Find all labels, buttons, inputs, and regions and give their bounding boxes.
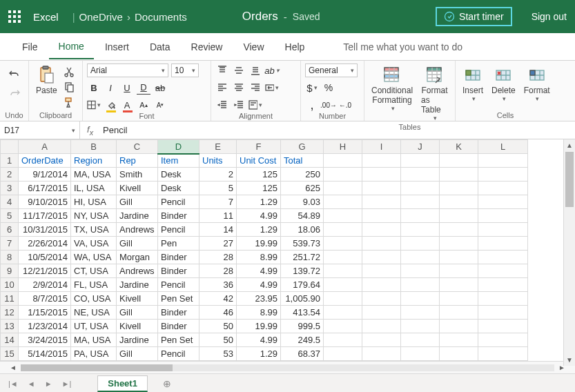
- horizontal-scrollbar[interactable]: ◄ ►: [0, 361, 575, 373]
- cell[interactable]: [324, 209, 362, 223]
- cell[interactable]: 4.99: [237, 264, 281, 278]
- format-cells-button[interactable]: Format: [521, 63, 553, 104]
- cell[interactable]: [440, 251, 478, 264]
- cell[interactable]: [440, 182, 478, 195]
- increase-decimal-button[interactable]: .00→: [322, 98, 335, 112]
- row-header-9[interactable]: 9: [1, 264, 19, 278]
- cell[interactable]: WA, USA: [71, 251, 117, 264]
- cell[interactable]: [478, 237, 528, 251]
- cell[interactable]: Desk: [158, 168, 199, 182]
- align-top-button[interactable]: [215, 63, 229, 77]
- cell[interactable]: [440, 237, 478, 251]
- cell[interactable]: [362, 237, 401, 251]
- cell[interactable]: Unit Cost: [237, 154, 281, 168]
- cell[interactable]: [401, 264, 440, 278]
- cell[interactable]: Gill: [117, 347, 158, 361]
- cell[interactable]: [401, 347, 440, 361]
- cell[interactable]: Binder: [158, 320, 199, 333]
- font-name-select[interactable]: Arial▾: [87, 63, 168, 77]
- cell[interactable]: 1.29: [237, 195, 281, 209]
- cell[interactable]: 251.72: [281, 251, 324, 264]
- cell[interactable]: 11/17/2015: [19, 209, 71, 223]
- cell[interactable]: 28: [199, 264, 237, 278]
- sheet-nav-last[interactable]: ►|: [62, 380, 72, 388]
- cell[interactable]: [401, 333, 440, 347]
- align-middle-button[interactable]: [232, 63, 246, 77]
- cell[interactable]: 50: [199, 320, 237, 333]
- percent-button[interactable]: %: [322, 81, 335, 95]
- wrap-text-button[interactable]: [248, 98, 262, 112]
- shrink-font-button[interactable]: A▾: [153, 98, 167, 112]
- cell[interactable]: Desk: [158, 182, 199, 195]
- cell[interactable]: VA, USA: [71, 237, 117, 251]
- cell[interactable]: 2/9/2014: [19, 278, 71, 292]
- cell[interactable]: Kivell: [117, 182, 158, 195]
- cell[interactable]: [324, 347, 362, 361]
- cell[interactable]: Gill: [117, 195, 158, 209]
- cell[interactable]: [401, 168, 440, 182]
- tab-insert[interactable]: Insert: [95, 35, 139, 59]
- cell[interactable]: Pencil: [158, 278, 199, 292]
- row-header-7[interactable]: 7: [1, 237, 19, 251]
- cell[interactable]: 4.99: [237, 209, 281, 223]
- cell[interactable]: [401, 209, 440, 223]
- cell[interactable]: [324, 154, 362, 168]
- cell[interactable]: [401, 320, 440, 333]
- merge-button[interactable]: [265, 81, 279, 95]
- cell[interactable]: 9.03: [281, 195, 324, 209]
- cell[interactable]: 7: [199, 195, 237, 209]
- sheet-tab[interactable]: Sheet1: [97, 375, 148, 392]
- decrease-decimal-button[interactable]: ←.0: [338, 98, 352, 112]
- double-underline-button[interactable]: D: [137, 81, 150, 95]
- cell[interactable]: 19.99: [237, 237, 281, 251]
- undo-button[interactable]: [8, 68, 21, 79]
- cell[interactable]: [401, 278, 440, 292]
- cell[interactable]: [324, 320, 362, 333]
- strikethrough-button[interactable]: ab: [153, 81, 167, 95]
- tab-view[interactable]: View: [233, 35, 273, 59]
- cell[interactable]: [478, 223, 528, 237]
- cell[interactable]: [440, 347, 478, 361]
- cell[interactable]: [478, 251, 528, 264]
- cell[interactable]: Pen: [158, 237, 199, 251]
- cell[interactable]: 413.54: [281, 306, 324, 320]
- cell[interactable]: CT, USA: [71, 264, 117, 278]
- col-header-K[interactable]: K: [440, 140, 478, 154]
- tab-data[interactable]: Data: [140, 35, 180, 59]
- cell[interactable]: Jardine: [117, 278, 158, 292]
- cell[interactable]: [362, 182, 401, 195]
- tab-help[interactable]: Help: [275, 35, 315, 59]
- cell[interactable]: Binder: [158, 251, 199, 264]
- cell[interactable]: 5/14/2015: [19, 347, 71, 361]
- font-size-select[interactable]: 10▾: [171, 63, 199, 77]
- fill-color-button[interactable]: [104, 98, 117, 112]
- cell[interactable]: [362, 306, 401, 320]
- cell[interactable]: Pen Set: [158, 292, 199, 306]
- cell[interactable]: [478, 333, 528, 347]
- cell[interactable]: [362, 168, 401, 182]
- breadcrumb-onedrive[interactable]: OneDrive: [79, 11, 123, 23]
- cell[interactable]: 125: [237, 182, 281, 195]
- document-name[interactable]: Orders: [242, 10, 278, 23]
- cell[interactable]: [478, 306, 528, 320]
- cell[interactable]: [324, 251, 362, 264]
- format-painter-button[interactable]: [63, 97, 75, 108]
- name-box[interactable]: D17▾: [0, 121, 80, 139]
- cell[interactable]: 1.29: [237, 347, 281, 361]
- cell[interactable]: [478, 292, 528, 306]
- cell[interactable]: [440, 292, 478, 306]
- cell[interactable]: Kivell: [117, 320, 158, 333]
- cell[interactable]: [478, 195, 528, 209]
- cell[interactable]: 50: [199, 333, 237, 347]
- cell[interactable]: [478, 347, 528, 361]
- cell[interactable]: [440, 278, 478, 292]
- cell[interactable]: 36: [199, 278, 237, 292]
- signout-link[interactable]: Sign out: [532, 11, 567, 22]
- col-header-J[interactable]: J: [401, 140, 440, 154]
- copy-button[interactable]: [63, 81, 75, 92]
- cell[interactable]: [401, 154, 440, 168]
- cell[interactable]: 249.5: [281, 333, 324, 347]
- cell[interactable]: Binder: [158, 306, 199, 320]
- cell[interactable]: 125: [237, 168, 281, 182]
- cell[interactable]: [440, 223, 478, 237]
